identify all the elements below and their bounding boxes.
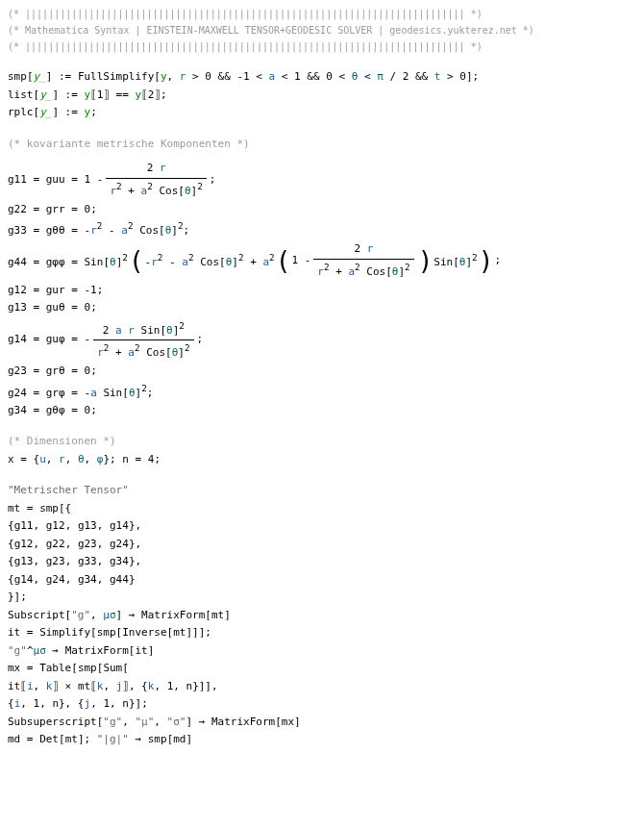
mt-row4: {g14, g24, g34, g44} — [8, 571, 636, 590]
header-title: (* Mathematica Syntax | EINSTEIN-MAXWELL… — [8, 22, 636, 38]
metric-g22: g22 = grr = 0; — [8, 201, 636, 219]
metric-g34: g34 = gθφ = 0; — [8, 402, 636, 420]
mt-row1: {g11, g12, g13, g14}, — [8, 517, 636, 536]
def-mt-open: mt = smp[{ — [8, 500, 636, 518]
def-smp: smp[y_] := FullSimplify[y, r > 0 && -1 <… — [8, 68, 636, 87]
mt-row3: {g13, g23, g33, g34}, — [8, 553, 636, 571]
string-metrischer: "Metrischer Tensor" — [8, 482, 636, 500]
def-name: smp — [8, 70, 27, 83]
mt-row2: {g12, g22, g23, g24}, — [8, 536, 636, 554]
mathematica-notebook: (* |||||||||||||||||||||||||||||||||||||… — [0, 0, 644, 763]
def-rplc: rplc[y_] := y; — [8, 104, 636, 122]
def-mt-close: }]; — [8, 589, 636, 607]
header-border-top: (* |||||||||||||||||||||||||||||||||||||… — [8, 6, 636, 22]
metric-g13: g13 = guθ = 0; — [8, 299, 636, 317]
def-it: it = Simplify[smp[Inverse[mt]]]; — [8, 624, 636, 642]
def-md: md = Det[mt]; "|g|" → smp[md] — [8, 731, 636, 749]
metric-g23: g23 = grθ = 0; — [8, 363, 636, 381]
subscript-g: Subscript["g", μσ] → MatrixForm[mt] — [8, 607, 636, 625]
subsuperscript-g: Subsuperscript["g", "μ", "σ"] → MatrixFo… — [8, 714, 636, 732]
metric-g44: g44 = gφφ = Sin[θ]2 ( -r2 - a2 Cos[θ]2 +… — [8, 239, 636, 282]
metric-g33: g33 = gθθ = -r2 - a2 Cos[θ]2; — [8, 218, 636, 239]
def-list: list[y_] := y⟦1⟧ == y⟦2⟧; — [8, 87, 636, 105]
metric-g14: g14 = guφ = - 2 a r Sin[θ]2 r2 + a2 Cos[… — [8, 317, 636, 363]
comment-dim: (* Dimensionen *) — [8, 433, 636, 451]
metric-g24: g24 = grφ = -a Sin[θ]2; — [8, 381, 636, 402]
metric-g11: g11 = guu = 1 - 2 r r2 + a2 Cos[θ]2 ; — [8, 159, 636, 201]
def-mx-close: {i, 1, n}, {j, 1, n}]; — [8, 695, 636, 714]
comment-kov: (* kovariante metrische Komponenten *) — [8, 136, 636, 154]
metric-g12: g12 = gur = -1; — [8, 282, 636, 300]
def-mx-body: it⟦i, k⟧ × mt⟦k, j⟧, {k, 1, n}]], — [8, 678, 636, 696]
g-contravariant: "g"^μσ → MatrixForm[it] — [8, 642, 636, 661]
def-mx-open: mx = Table[smp[Sum[ — [8, 660, 636, 678]
header-border-bottom: (* |||||||||||||||||||||||||||||||||||||… — [8, 38, 636, 55]
def-x: x = {u, r, θ, φ}; n = 4; — [8, 451, 636, 469]
